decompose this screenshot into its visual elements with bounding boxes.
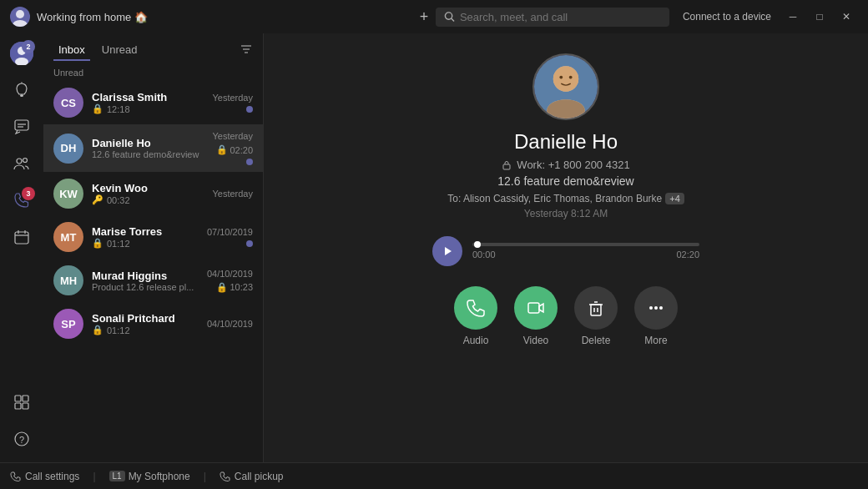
delete-label: Delete [582, 335, 611, 346]
search-icon [444, 11, 455, 23]
audio-player: 00:00 02:20 [432, 236, 699, 266]
action-video-wrap: Video [514, 286, 558, 346]
unread-badge [246, 159, 253, 165]
msg-content: Clarissa Smith 🔒 12:18 [92, 91, 204, 114]
delete-button[interactable] [574, 286, 618, 330]
nav-item-avatar[interactable]: 2 [5, 37, 38, 70]
msg-meta: Yesterday [212, 189, 253, 199]
activity-icon [13, 82, 30, 98]
unread-badge [246, 240, 253, 247]
svg-point-13 [23, 159, 28, 163]
svg-rect-21 [23, 403, 28, 409]
list-item[interactable]: MH Murad Higgins Product 12.6 release pl… [43, 259, 263, 302]
nav-bottom: ? [5, 386, 38, 462]
filter-button[interactable] [240, 43, 253, 59]
more-icon [647, 299, 665, 317]
svg-rect-7 [20, 94, 23, 97]
play-button[interactable] [432, 236, 462, 266]
connect-device-button[interactable]: Connect to a device [679, 11, 775, 23]
help-icon: ? [13, 431, 30, 447]
msg-name: Kevin Woo [92, 182, 204, 194]
softphone-label: My Softphone [129, 471, 190, 482]
call-settings-button[interactable]: Call settings [10, 471, 79, 482]
time-current: 00:00 [472, 250, 496, 260]
nav-item-teams[interactable] [5, 147, 38, 180]
list-item[interactable]: KW Kevin Woo 🔑 00:32 Yesterday [43, 172, 263, 215]
app-title: Working from home 🏠 [37, 11, 409, 23]
svg-point-44 [659, 306, 663, 310]
contact-phone: Work: +1 800 200 4321 [502, 159, 629, 171]
nav-item-calendar[interactable] [5, 220, 38, 254]
avatar: DH [53, 134, 83, 164]
action-audio-wrap: Audio [454, 286, 497, 346]
left-nav: 2 [0, 33, 43, 462]
window-controls: ─ □ ✕ [781, 5, 858, 28]
maximize-button[interactable]: □ [808, 5, 831, 28]
audio-call-button[interactable] [454, 286, 497, 330]
list-item[interactable]: DH Danielle Ho 12.6 feature demo&review … [43, 124, 263, 172]
nav-badge-calls: 3 [22, 187, 35, 200]
svg-point-43 [654, 306, 658, 310]
sidebar: Inbox Unread Unread CS Clarissa Smith [43, 33, 264, 462]
list-item[interactable]: CS Clarissa Smith 🔒 12:18 Yesterday [43, 81, 263, 124]
unread-badge [246, 106, 253, 113]
nav-item-calls[interactable]: 3 [5, 184, 38, 217]
tab-inbox[interactable]: Inbox [53, 40, 90, 61]
user-avatar[interactable] [10, 7, 30, 27]
svg-point-30 [553, 66, 578, 91]
msg-name: Danielle Ho [92, 137, 204, 149]
search-bar[interactable] [436, 8, 669, 27]
nav-badge-activity: 2 [22, 40, 35, 53]
list-item[interactable]: MT Marise Torres 🔒 01:12 07/10/2019 [43, 215, 263, 259]
call-pickup-icon [220, 471, 231, 482]
avatar: KW [53, 179, 83, 209]
tab-unread[interactable]: Unread [97, 40, 143, 61]
new-meeting-button[interactable]: + [412, 5, 436, 28]
softphone-status[interactable]: L1 My Softphone [109, 471, 190, 482]
close-button[interactable]: ✕ [835, 5, 858, 28]
search-input[interactable] [460, 11, 661, 23]
main-content: 2 [0, 33, 868, 462]
msg-meta: 07/10/2019 [207, 227, 253, 247]
msg-meta: 04/10/2019 [207, 319, 253, 329]
msg-meta: Yesterday [212, 93, 253, 113]
action-delete-wrap: Delete [574, 286, 618, 346]
progress-container[interactable]: 00:00 02:20 [472, 243, 699, 260]
video-label: Video [523, 335, 548, 346]
msg-preview: Product 12.6 release pl... [92, 282, 199, 292]
call-pickup-button[interactable]: Call pickup [220, 471, 284, 482]
msg-meta: Yesterday 🔒 02:20 [212, 131, 253, 165]
svg-rect-34 [503, 164, 510, 169]
call-settings-label: Call settings [25, 471, 79, 482]
svg-rect-36 [528, 303, 539, 313]
nav-item-chat[interactable] [5, 110, 38, 144]
msg-name: Sonali Pritchard [92, 312, 199, 325]
list-item[interactable]: SP Sonali Pritchard 🔒 01:12 04/10/2019 [43, 302, 263, 345]
call-pickup-label: Call pickup [235, 471, 284, 482]
call-settings-icon [10, 471, 22, 482]
teams-icon [13, 155, 30, 172]
nav-item-apps[interactable] [5, 386, 38, 419]
msg-preview: 🔒 01:12 [92, 325, 199, 335]
message-list: CS Clarissa Smith 🔒 12:18 Yesterday DH [43, 81, 263, 462]
contact-subject: 12.6 feature demo&review [497, 174, 633, 188]
svg-point-2 [445, 13, 452, 19]
softphone-badge: L1 [109, 471, 125, 481]
avatar: MH [53, 265, 83, 295]
status-divider2: | [204, 471, 206, 482]
svg-point-1 [13, 20, 28, 27]
progress-bar[interactable] [472, 243, 699, 246]
svg-point-42 [649, 306, 653, 310]
svg-point-32 [559, 76, 563, 79]
svg-point-12 [17, 159, 22, 164]
video-call-button[interactable] [514, 286, 558, 330]
minimize-button[interactable]: ─ [781, 5, 805, 28]
nav-item-help[interactable]: ? [5, 422, 38, 456]
contact-to-badge: +4 [665, 193, 684, 204]
contact-timestamp: Yesterday 8:12 AM [524, 208, 608, 219]
avatar: SP [53, 309, 83, 339]
more-button[interactable] [634, 286, 678, 330]
nav-item-activity[interactable] [5, 73, 38, 107]
msg-duration: 🔒 02:20 [216, 144, 253, 155]
avatar: MT [53, 222, 83, 252]
